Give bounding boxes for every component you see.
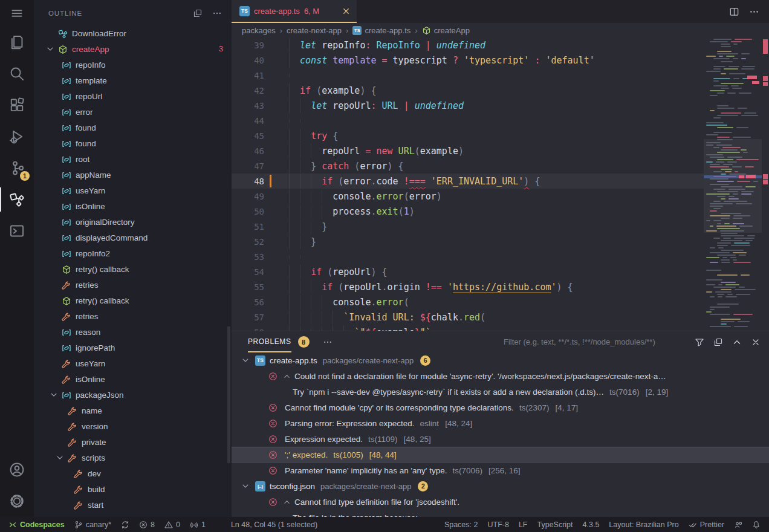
- breadcrumb-create-next-app[interactable]: create-next-app: [287, 26, 342, 35]
- minimap[interactable]: [704, 37, 762, 331]
- breadcrumb-createapp[interactable]: createApp: [422, 26, 470, 35]
- code-line-45[interactable]: 45 try {: [232, 128, 769, 143]
- chevron-up-icon[interactable]: [732, 337, 742, 347]
- chevron-down-icon[interactable]: [50, 391, 58, 401]
- status-1[interactable]: 1: [185, 517, 210, 532]
- chevron-up-icon[interactable]: [283, 498, 291, 506]
- outline-item-retry-callback[interactable]: retry() callback: [34, 293, 232, 309]
- code-line-57[interactable]: 57 `Invalid URL: ${chalk.red(: [232, 310, 769, 325]
- outline-item-retries[interactable]: retries: [34, 309, 232, 325]
- status-utf-8[interactable]: UTF-8: [482, 517, 513, 532]
- problems-file-tsconfig-json[interactable]: {..} tsconfig.json packages/create-next-…: [232, 478, 769, 494]
- activity-explorer-icon[interactable]: [0, 27, 34, 58]
- activity-extensions-icon[interactable]: [0, 89, 34, 121]
- ellipsis-icon[interactable]: [749, 7, 759, 17]
- outline-item-repoinfo2[interactable]: repoInfo2: [34, 246, 232, 262]
- code-line-53[interactable]: 53: [232, 249, 769, 264]
- problem-row[interactable]: ';' expected.ts(1005)[48, 44]: [232, 447, 769, 462]
- view-as-table-icon[interactable]: [713, 337, 723, 347]
- status-typescript[interactable]: TypeScript: [532, 517, 577, 532]
- outline-item-isonline[interactable]: isOnline: [34, 372, 232, 388]
- status-ln-48-col-45-1-selected-[interactable]: Ln 48, Col 45 (1 selected): [226, 517, 322, 532]
- chevron-up-icon[interactable]: [283, 372, 291, 380]
- chevron-down-icon[interactable]: [241, 482, 250, 490]
- outline-item-start[interactable]: start: [34, 498, 232, 513]
- status-layout-brazilian-pro[interactable]: Layout: Brazilian Pro: [604, 517, 683, 532]
- status-0[interactable]: 0: [160, 517, 185, 532]
- problem-row[interactable]: Cannot find type definition file for 'js…: [232, 494, 769, 510]
- outline-item-retry-callback[interactable]: retry() callback: [34, 262, 232, 277]
- status-canary-[interactable]: canary*: [70, 517, 116, 532]
- outline-item-isonline[interactable]: isOnline: [34, 199, 232, 215]
- activity-source-control-icon[interactable]: 1: [0, 152, 34, 184]
- problem-row[interactable]: Cannot find module 'cpy' or its correspo…: [232, 400, 769, 415]
- problem-row[interactable]: Parameter 'name' implicitly has an 'any'…: [232, 462, 769, 478]
- breadcrumb-create-app-ts[interactable]: TScreate-app.ts: [352, 26, 410, 35]
- code-line-42[interactable]: 42 if (example) {: [232, 83, 769, 98]
- chevron-down-icon[interactable]: [56, 453, 64, 464]
- code-editor[interactable]: 39 let repoInfo: RepoInfo | undefined40 …: [232, 37, 769, 331]
- activity-run-debug-icon[interactable]: [0, 121, 34, 152]
- chevron-down-icon[interactable]: [46, 45, 54, 55]
- close-icon[interactable]: [342, 7, 351, 16]
- outline-item-retries[interactable]: retries: [34, 277, 232, 293]
- outline-item-repourl[interactable]: repoUrl: [34, 89, 232, 105]
- outline-item-appname[interactable]: appName: [34, 167, 232, 183]
- outline-item-build[interactable]: build: [34, 482, 232, 498]
- status-spaces-2[interactable]: Spaces: 2: [440, 517, 483, 532]
- problem-row[interactable]: Parsing error: Expression expected.eslin…: [232, 415, 769, 431]
- status-codespaces[interactable]: Codespaces: [4, 517, 70, 532]
- code-line-44[interactable]: 44: [232, 113, 769, 128]
- code-line-43[interactable]: 43 let repoUrl: URL | undefined: [232, 98, 769, 113]
- activity-terminal-panel-icon[interactable]: [0, 215, 34, 247]
- outline-item-repoinfo[interactable]: repoInfo: [34, 57, 232, 73]
- status-prettier[interactable]: Prettier: [684, 517, 729, 532]
- problem-related-info[interactable]: Try `npm i --save-dev @types/async-retry…: [232, 384, 769, 400]
- outline-item-found[interactable]: found: [34, 120, 232, 136]
- outline-item-version[interactable]: version: [34, 419, 232, 435]
- more-actions-icon[interactable]: [212, 8, 222, 18]
- code-line-51[interactable]: 51 }: [232, 219, 769, 234]
- tab-problems[interactable]: PROBLEMS: [248, 331, 291, 352]
- outline-item-dev[interactable]: dev: [34, 466, 232, 482]
- activity-menu-icon[interactable]: [0, 0, 34, 27]
- code-line-56[interactable]: 56 console.error(: [232, 294, 769, 310]
- outline-item-scripts[interactable]: scripts: [34, 450, 232, 466]
- code-line-47[interactable]: 47 } catch (error) {: [232, 158, 769, 174]
- outline-item-useyarn[interactable]: useYarn: [34, 356, 232, 372]
- status-lf[interactable]: LF: [514, 517, 533, 532]
- activity-search-icon[interactable]: [0, 58, 34, 89]
- status-feedback-icon[interactable]: [729, 517, 747, 532]
- problems-filter-input[interactable]: [502, 337, 686, 347]
- outline-item-private[interactable]: private: [34, 435, 232, 450]
- code-line-41[interactable]: 41: [232, 68, 769, 83]
- status-bell-icon[interactable]: [747, 517, 765, 532]
- problems-file-create-app-ts[interactable]: TS create-app.ts packages/create-next-ap…: [232, 352, 769, 368]
- outline-item-originaldirectory[interactable]: originalDirectory: [34, 215, 232, 230]
- code-line-46[interactable]: 46 repoUrl = new URL(example): [232, 143, 769, 158]
- problem-row[interactable]: Expression expected.ts(1109)[48, 25]: [232, 431, 769, 447]
- code-line-48[interactable]: 48 if (error.code !=== 'ERR_INVALID_URL'…: [232, 174, 769, 189]
- problem-row[interactable]: Could not find a declaration file for mo…: [232, 368, 769, 384]
- breadcrumb-packages[interactable]: packages: [242, 26, 276, 35]
- more-actions-icon[interactable]: [323, 337, 333, 347]
- sidebar-scrollbar[interactable]: [227, 326, 230, 463]
- status-8[interactable]: 8: [134, 517, 160, 532]
- code-line-54[interactable]: 54 if (repoUrl) {: [232, 264, 769, 279]
- chevron-down-icon[interactable]: [241, 356, 250, 365]
- outline-item-displayedcommand[interactable]: displayedCommand: [34, 230, 232, 246]
- close-icon[interactable]: [751, 337, 761, 347]
- tab-create-app[interactable]: TS create-app.ts 6, M: [232, 0, 357, 23]
- collapse-all-icon[interactable]: [193, 8, 203, 18]
- code-line-52[interactable]: 52 }: [232, 234, 769, 249]
- outline-item-packagejson[interactable]: packageJson: [34, 388, 232, 403]
- code-line-49[interactable]: 49 console.error(error): [232, 189, 769, 204]
- outline-item-useyarn[interactable]: useYarn: [34, 183, 232, 199]
- activity-account-icon[interactable]: [0, 454, 34, 485]
- status-sync-icon[interactable]: [116, 517, 134, 532]
- code-line-40[interactable]: 40 const template = typescript ? 'typesc…: [232, 53, 769, 68]
- filter-icon[interactable]: [695, 337, 704, 347]
- outline-item-downloaderror[interactable]: DownloadError: [34, 26, 232, 42]
- code-line-39[interactable]: 39 let repoInfo: RepoInfo | undefined: [232, 37, 769, 53]
- status-4-3-5[interactable]: 4.3.5: [578, 517, 605, 532]
